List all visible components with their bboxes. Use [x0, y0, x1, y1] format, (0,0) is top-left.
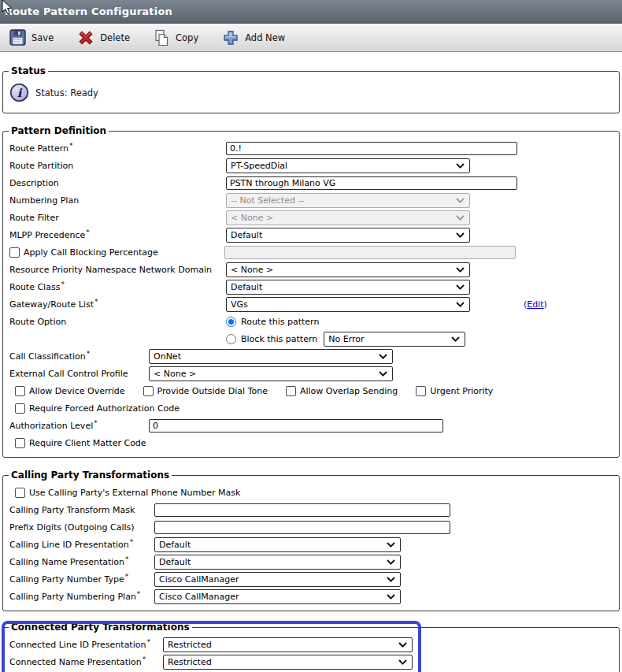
- use-mask-option: Use Calling Party's External Phone Numbe…: [8, 484, 614, 501]
- calling-name-presentation-label: Calling Name Presentation*: [9, 556, 154, 567]
- calling-party-numbering-plan-row: Calling Party Numbering Plan* Cisco Call…: [8, 588, 614, 605]
- external-call-control-select[interactable]: < None >: [149, 366, 393, 381]
- edit-link[interactable]: Edit: [527, 299, 543, 310]
- mlpp-precedence-select[interactable]: Default: [226, 228, 470, 243]
- urgent-priority-checkbox[interactable]: [416, 386, 426, 396]
- resource-priority-value: < None >: [231, 265, 273, 275]
- route-partition-select[interactable]: PT-SpeedDial: [226, 158, 470, 173]
- apply-call-blocking-checkbox[interactable]: [9, 247, 20, 258]
- transform-mask-label: Calling Party Transform Mask: [9, 504, 154, 515]
- status-section: Status i Status: Ready: [2, 65, 620, 113]
- delete-button[interactable]: Delete: [77, 29, 130, 46]
- block-reason-select[interactable]: No Error: [324, 332, 465, 347]
- calling-party-numbering-plan-select[interactable]: Cisco CallManager: [154, 589, 401, 604]
- calling-name-presentation-select[interactable]: Default: [154, 555, 401, 570]
- calling-party-legend: Calling Party Transformations: [9, 470, 172, 481]
- status-legend: Status: [9, 65, 48, 76]
- delete-button-label: Delete: [100, 32, 130, 43]
- mlpp-precedence-value: Default: [231, 230, 262, 240]
- require-cmc-checkbox[interactable]: [15, 438, 25, 448]
- connected-party-legend: Connected Party Transformations: [9, 622, 192, 633]
- calling-party-number-type-value: Cisco CallManager: [159, 574, 239, 585]
- gateway-route-list-row: Gateway/Route List* VGs (Edit): [8, 295, 614, 313]
- route-pattern-row: Route Pattern*: [8, 139, 614, 157]
- use-external-mask-checkbox[interactable]: [15, 488, 25, 498]
- resource-priority-row: Resource Priority Namespace Network Doma…: [8, 261, 614, 278]
- gateway-route-list-label: Gateway/Route List*: [9, 299, 226, 310]
- chevron-down-icon: [379, 371, 387, 377]
- gateway-route-list-select[interactable]: VGs: [226, 297, 470, 312]
- form-content: Status i Status: Ready P: [0, 52, 622, 672]
- chevron-down-icon: [456, 198, 465, 204]
- call-blocking-label-wrap: Apply Call Blocking Percentage: [9, 247, 224, 258]
- description-input[interactable]: [226, 176, 517, 190]
- call-blocking-label: Apply Call Blocking Percentage: [24, 247, 158, 258]
- transform-mask-input[interactable]: [154, 503, 450, 517]
- add-new-icon: [222, 29, 239, 46]
- block-this-pattern-option: Block this pattern No Error: [226, 330, 465, 347]
- route-class-label: Route Class*: [9, 281, 226, 292]
- chevron-down-icon: [379, 354, 387, 360]
- gateway-route-list-value: VGs: [231, 299, 248, 310]
- require-cmc-label: Require Client Matter Code: [29, 437, 146, 448]
- calling-line-id-select[interactable]: Default: [154, 537, 401, 552]
- chevron-down-icon: [456, 302, 465, 308]
- chevron-down-icon: [387, 542, 395, 548]
- connected-line-id-label: Connected Line ID Presentation*: [9, 639, 163, 650]
- allow-device-override-option: Allow Device Override: [8, 382, 125, 399]
- provide-outside-dial-tone-option: Provide Outside Dial Tone: [136, 382, 268, 399]
- add-new-button-label: Add New: [245, 32, 285, 43]
- copy-button[interactable]: Copy: [154, 29, 198, 46]
- route-pattern-input[interactable]: [226, 142, 517, 155]
- connected-name-presentation-label: Connected Name Presentation*: [9, 656, 163, 667]
- page-title: Route Pattern Configuration: [5, 6, 172, 17]
- calling-party-number-type-select[interactable]: Cisco CallManager: [154, 572, 401, 587]
- connected-party-highlight-wrap: Connected Party Transformations Connecte…: [2, 622, 620, 672]
- allow-overlap-sending-checkbox[interactable]: [286, 386, 296, 396]
- status-row: i Status: Ready: [8, 80, 614, 107]
- route-class-select[interactable]: Default: [226, 280, 470, 295]
- chevron-down-icon: [456, 163, 465, 169]
- connected-party-section: Connected Party Transformations Connecte…: [2, 622, 620, 672]
- save-button[interactable]: Save: [9, 29, 54, 46]
- transform-mask-row: Calling Party Transform Mask: [8, 501, 614, 518]
- call-classification-row: Call Classification* OnNet: [8, 347, 614, 365]
- block-this-pattern-label: Block this pattern: [241, 334, 317, 344]
- calling-party-number-type-row: Calling Party Number Type* Cisco CallMan…: [8, 570, 614, 588]
- chevron-down-icon: [456, 232, 465, 239]
- route-filter-select: < None >: [226, 210, 470, 225]
- chevron-down-icon: [387, 594, 395, 600]
- numbering-plan-select: -- Not Selected --: [226, 193, 470, 208]
- calling-line-id-value: Default: [159, 540, 191, 550]
- allow-overlap-sending-option: Allow Overlap Sending: [279, 382, 398, 399]
- route-this-pattern-radio[interactable]: [226, 317, 236, 327]
- block-this-pattern-radio[interactable]: [226, 334, 236, 344]
- use-mask-label: Use Calling Party's External Phone Numbe…: [29, 487, 240, 498]
- call-classification-select[interactable]: OnNet: [149, 349, 393, 364]
- pattern-checkbox-group: Allow Device Override Provide Outside Di…: [8, 382, 614, 399]
- allow-device-override-checkbox[interactable]: [15, 386, 25, 396]
- require-fac-checkbox[interactable]: [15, 403, 25, 414]
- edit-link-wrap: (Edit): [524, 299, 547, 310]
- mlpp-precedence-label: MLPP Precedence*: [9, 229, 226, 240]
- calling-party-numbering-plan-value: Cisco CallManager: [159, 592, 239, 602]
- provide-outside-dial-tone-label: Provide Outside Dial Tone: [157, 385, 268, 396]
- urgent-priority-option: Urgent Priority: [409, 382, 493, 399]
- urgent-priority-label: Urgent Priority: [430, 385, 493, 396]
- resource-priority-select[interactable]: < None >: [226, 262, 470, 277]
- require-fac-label: Require Forced Authorization Code: [29, 403, 180, 414]
- authorization-level-input[interactable]: [149, 419, 443, 433]
- prefix-digits-label: Prefix Digits (Outgoing Calls): [9, 522, 154, 533]
- description-row: Description: [8, 174, 614, 191]
- pattern-definition-legend: Pattern Definition: [9, 125, 109, 136]
- connected-line-id-row: Connected Line ID Presentation* Restrict…: [8, 636, 614, 653]
- save-icon: [9, 29, 26, 46]
- calling-name-presentation-row: Calling Name Presentation* Default: [8, 553, 614, 570]
- add-new-button[interactable]: Add New: [222, 29, 285, 46]
- provide-outside-dial-tone-checkbox[interactable]: [143, 386, 154, 396]
- prefix-digits-input[interactable]: [154, 521, 450, 534]
- call-blocking-percentage-input: [224, 246, 516, 259]
- chevron-down-icon: [387, 559, 395, 566]
- connected-name-presentation-select[interactable]: Restricted: [163, 655, 413, 670]
- connected-line-id-select[interactable]: Restricted: [163, 637, 413, 652]
